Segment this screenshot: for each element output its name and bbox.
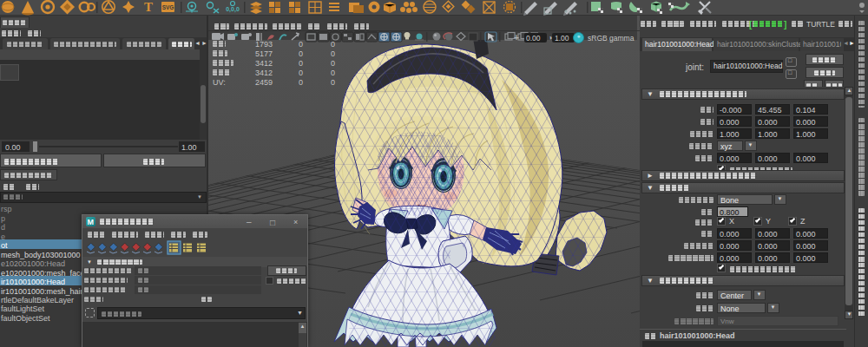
svg-text:T: T <box>144 0 153 14</box>
svg-text:0,0,0: 0,0,0 <box>226 6 240 13</box>
svg-text:SVG: SVG <box>162 4 174 10</box>
